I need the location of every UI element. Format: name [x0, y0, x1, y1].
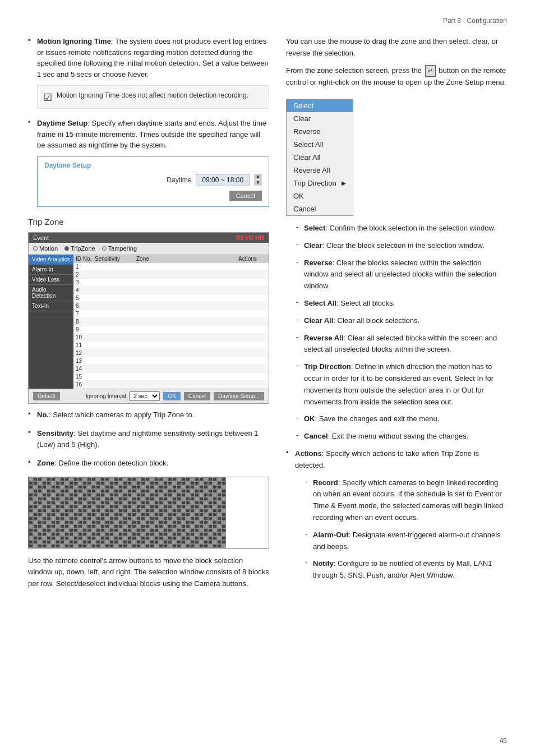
zone-cell[interactable] — [141, 489, 145, 493]
zone-cell[interactable] — [154, 485, 159, 489]
zone-cell[interactable] — [181, 485, 186, 489]
zone-cell[interactable] — [38, 540, 42, 544]
zone-cell[interactable] — [186, 509, 190, 513]
zone-cell[interactable] — [87, 493, 91, 497]
zone-cell[interactable] — [127, 528, 132, 532]
zone-cell[interactable] — [195, 509, 199, 513]
zone-cell[interactable] — [181, 544, 186, 548]
zone-cell[interactable] — [186, 481, 190, 485]
zone-cell[interactable] — [96, 481, 100, 485]
zone-cell[interactable] — [51, 489, 56, 493]
zone-cell[interactable] — [60, 544, 64, 548]
zone-cell[interactable] — [177, 501, 181, 505]
zone-cell[interactable] — [190, 493, 195, 497]
zone-cell[interactable] — [154, 497, 159, 501]
zone-cell[interactable] — [109, 524, 114, 528]
zone-cell[interactable] — [100, 524, 105, 528]
zone-cell[interactable] — [78, 485, 82, 489]
zone-cell[interactable] — [118, 517, 123, 520]
default-button[interactable]: Default — [33, 392, 60, 400]
zone-cell[interactable] — [38, 520, 42, 524]
zone-cell[interactable] — [29, 540, 33, 544]
zone-cell[interactable] — [56, 524, 60, 528]
zone-cell[interactable] — [123, 501, 127, 505]
zone-cell[interactable] — [109, 489, 114, 493]
zone-cell[interactable] — [177, 493, 181, 497]
zone-cell[interactable] — [163, 509, 168, 513]
zone-cell[interactable] — [195, 520, 199, 524]
zone-cell[interactable] — [87, 540, 91, 544]
zone-cell[interactable] — [91, 544, 96, 548]
zone-cell[interactable] — [204, 513, 208, 517]
zone-cell[interactable] — [163, 493, 168, 497]
zone-cell[interactable] — [132, 501, 136, 505]
zone-cell[interactable] — [82, 520, 87, 524]
zone-cell[interactable] — [217, 485, 222, 489]
zone-cell[interactable] — [64, 540, 69, 544]
zone-cell[interactable] — [177, 505, 181, 509]
zone-cell[interactable] — [208, 520, 213, 524]
zone-cell[interactable] — [82, 544, 87, 548]
zone-cell[interactable] — [105, 477, 109, 481]
zone-cell[interactable] — [87, 481, 91, 485]
zone-cell[interactable] — [114, 513, 118, 517]
zone-cell[interactable] — [163, 528, 168, 532]
zone-cell[interactable] — [195, 501, 199, 505]
zone-cell[interactable] — [136, 501, 141, 505]
zone-cell[interactable] — [51, 485, 56, 489]
zone-cell[interactable] — [195, 517, 199, 520]
zone-cell[interactable] — [78, 544, 82, 548]
zone-cell[interactable] — [100, 536, 105, 540]
zone-cell[interactable] — [60, 497, 64, 501]
zone-cell[interactable] — [87, 517, 91, 520]
zone-cell[interactable] — [150, 493, 154, 497]
zone-cell[interactable] — [73, 517, 78, 520]
zone-cell[interactable] — [91, 481, 96, 485]
zone-cell[interactable] — [150, 544, 154, 548]
zone-cell[interactable] — [33, 520, 38, 524]
zone-cell[interactable] — [69, 524, 73, 528]
zone-cell[interactable] — [141, 532, 145, 536]
zone-cell[interactable] — [42, 524, 47, 528]
zone-cell[interactable] — [159, 520, 163, 524]
zone-cell[interactable] — [145, 489, 150, 493]
zone-cell[interactable] — [38, 481, 42, 485]
spinner-down[interactable]: ▼ — [254, 180, 262, 186]
zone-cell[interactable] — [114, 536, 118, 540]
zone-cell[interactable] — [204, 501, 208, 505]
zone-cell[interactable] — [105, 517, 109, 520]
zone-cell[interactable] — [60, 489, 64, 493]
zone-cell[interactable] — [96, 485, 100, 489]
zone-cell[interactable] — [56, 509, 60, 513]
zone-cell[interactable] — [136, 520, 141, 524]
zone-cell[interactable] — [64, 509, 69, 513]
zone-cell[interactable] — [78, 501, 82, 505]
zone-cell[interactable] — [177, 520, 181, 524]
zone-cell[interactable] — [186, 524, 190, 528]
zone-cell[interactable] — [195, 481, 199, 485]
zone-cell[interactable] — [222, 532, 226, 536]
zone-cell[interactable] — [69, 481, 73, 485]
zone-cell[interactable] — [47, 505, 51, 509]
zone-cell[interactable] — [33, 544, 38, 548]
zone-cell[interactable] — [114, 524, 118, 528]
zone-cell[interactable] — [213, 493, 217, 497]
zone-cell[interactable] — [64, 481, 69, 485]
zone-cell[interactable] — [100, 485, 105, 489]
zone-cell[interactable] — [60, 517, 64, 520]
zone-cell[interactable] — [96, 540, 100, 544]
zone-cell[interactable] — [127, 501, 132, 505]
zone-cell[interactable] — [199, 520, 204, 524]
zone-cell[interactable] — [51, 532, 56, 536]
zone-cell[interactable] — [64, 536, 69, 540]
zone-cell[interactable] — [69, 536, 73, 540]
zone-cell[interactable] — [123, 477, 127, 481]
zone-cell[interactable] — [190, 485, 195, 489]
zone-cell[interactable] — [168, 544, 172, 548]
zone-cell[interactable] — [100, 528, 105, 532]
zone-cell[interactable] — [204, 520, 208, 524]
zone-cell[interactable] — [29, 505, 33, 509]
zone-cell[interactable] — [64, 520, 69, 524]
zone-cell[interactable] — [96, 477, 100, 481]
zone-cell[interactable] — [82, 532, 87, 536]
